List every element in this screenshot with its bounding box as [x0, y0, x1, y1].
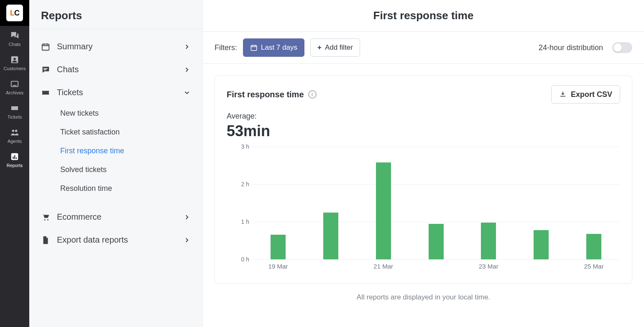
rail-label: Chats — [9, 42, 21, 47]
svg-point-3 — [15, 130, 17, 132]
svg-rect-6 — [14, 155, 15, 159]
chevron-right-icon — [183, 43, 191, 51]
svg-point-12 — [47, 219, 49, 220]
archives-icon — [10, 79, 19, 89]
chart-bar[interactable] — [586, 234, 601, 259]
customers-icon — [10, 55, 19, 64]
y-tick-label: 3 h — [227, 143, 249, 150]
agents-icon — [10, 128, 19, 137]
chart-bar[interactable] — [376, 162, 391, 259]
chevron-down-icon — [183, 89, 191, 96]
x-tick-label: 25 Mar — [567, 259, 620, 272]
rail-customers[interactable]: Customers — [0, 50, 29, 74]
filters-label: Filters: — [215, 43, 237, 52]
add-filter-label: Add filter — [325, 43, 353, 52]
distribution-toggle[interactable] — [612, 42, 632, 53]
rail-label: Tickets — [8, 114, 22, 119]
rail-agents[interactable]: Agents — [0, 123, 29, 147]
sidebar-title: Reports — [29, 0, 202, 29]
sidebar-item-label: Ecommerce — [57, 212, 102, 222]
sidebar-sub-first-response[interactable]: First response time — [60, 142, 198, 160]
calendar-icon — [41, 42, 50, 51]
x-tick-label: 23 Mar — [462, 259, 515, 272]
svg-rect-9 — [43, 68, 47, 69]
page-title: First response time — [203, 0, 644, 32]
x-tick-label: 19 Mar — [252, 259, 304, 272]
chart-bar[interactable] — [323, 213, 338, 259]
svg-rect-7 — [16, 157, 17, 159]
nav-rail: LC Chats Customers Archives Tickets Agen… — [0, 0, 29, 327]
rail-label: Archives — [6, 90, 23, 95]
x-tick-label — [515, 259, 567, 272]
chevron-right-icon — [183, 236, 191, 244]
rail-archives[interactable]: Archives — [0, 74, 29, 99]
svg-rect-10 — [43, 69, 46, 70]
rail-reports[interactable]: Reports — [0, 147, 29, 171]
filters-bar: Filters: Last 7 days + Add filter 24-hou… — [203, 32, 644, 64]
add-filter-button[interactable]: + Add filter — [310, 38, 360, 57]
svg-point-11 — [44, 219, 46, 220]
chevron-right-icon — [183, 213, 191, 221]
sidebar-item-label: Export data reports — [57, 235, 128, 245]
tickets-submenu: New tickets Ticket satisfaction First re… — [33, 104, 198, 198]
export-label: Export CSV — [571, 90, 612, 99]
rail-label: Customers — [3, 66, 26, 71]
sidebar-item-label: Tickets — [57, 88, 83, 97]
date-range-label: Last 7 days — [261, 43, 297, 52]
ticket-icon — [41, 88, 50, 97]
sidebar-item-summary[interactable]: Summary — [33, 35, 198, 58]
sidebar-sub-new-tickets[interactable]: New tickets — [60, 104, 198, 123]
sidebar-item-chats[interactable]: Chats — [33, 58, 198, 81]
rail-chats[interactable]: Chats — [0, 26, 29, 50]
cart-icon — [41, 213, 50, 222]
calendar-icon — [250, 44, 258, 51]
svg-point-2 — [12, 130, 14, 132]
download-icon — [559, 91, 567, 98]
svg-rect-1 — [13, 85, 16, 86]
x-tick-label — [304, 259, 357, 272]
chart-bar[interactable] — [429, 224, 444, 260]
svg-rect-5 — [13, 157, 13, 159]
sidebar-item-tickets[interactable]: Tickets — [33, 81, 198, 104]
info-icon[interactable]: i — [308, 90, 317, 99]
svg-rect-8 — [42, 44, 49, 50]
reports-sidebar: Reports Summary Chats Tickets New ticket… — [29, 0, 203, 327]
chart-bar[interactable] — [534, 230, 549, 259]
chart-bar[interactable] — [481, 223, 496, 259]
x-tick-label — [410, 259, 463, 272]
sidebar-item-label: Summary — [57, 42, 93, 51]
bar-chart: 0 h1 h2 h3 h 19 Mar21 Mar23 Mar25 Mar — [227, 147, 620, 272]
reports-icon — [10, 152, 19, 161]
y-tick-label: 1 h — [227, 218, 249, 225]
distribution-label: 24-hour distribution — [539, 43, 603, 52]
sidebar-item-label: Chats — [57, 65, 79, 74]
main-content: First response time Filters: Last 7 days… — [203, 0, 644, 327]
rail-label: Reports — [7, 163, 23, 168]
file-icon — [41, 236, 50, 245]
footer-note: All reports are displayed in your local … — [215, 293, 632, 302]
sidebar-item-ecommerce[interactable]: Ecommerce — [33, 205, 198, 228]
report-card: First response time i Export CSV Average… — [215, 76, 632, 284]
plus-icon: + — [317, 43, 322, 52]
svg-rect-13 — [251, 46, 257, 51]
chevron-right-icon — [183, 66, 191, 74]
app-logo[interactable]: LC — [0, 0, 29, 26]
average-value: 53min — [227, 122, 620, 140]
tickets-icon — [10, 104, 19, 113]
chat-icon — [10, 31, 19, 40]
sidebar-sub-ticket-satisfaction[interactable]: Ticket satisfaction — [60, 123, 198, 142]
date-range-filter[interactable]: Last 7 days — [243, 38, 304, 57]
x-tick-label: 21 Mar — [357, 259, 410, 272]
export-csv-button[interactable]: Export CSV — [551, 85, 620, 104]
average-label: Average: — [227, 112, 620, 121]
sidebar-sub-resolution-time[interactable]: Resolution time — [60, 179, 198, 198]
rail-label: Agents — [8, 139, 22, 144]
card-title: First response time — [227, 90, 304, 99]
y-tick-label: 0 h — [227, 256, 249, 263]
sidebar-item-export[interactable]: Export data reports — [33, 228, 198, 251]
chart-bar[interactable] — [271, 235, 286, 259]
sidebar-sub-solved-tickets[interactable]: Solved tickets — [60, 160, 198, 179]
speech-icon — [41, 65, 50, 74]
y-tick-label: 2 h — [227, 181, 249, 188]
rail-tickets[interactable]: Tickets — [0, 99, 29, 123]
